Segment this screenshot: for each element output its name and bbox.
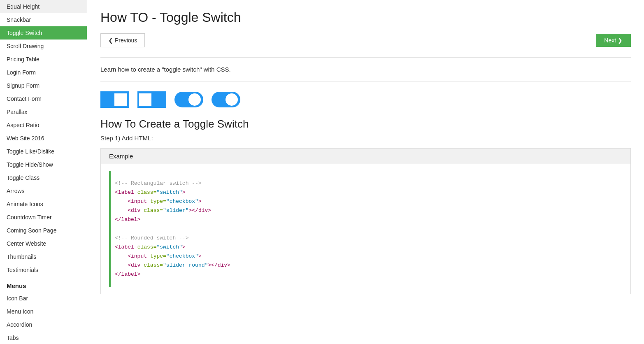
code-tag-div-2: <div <box>128 262 140 268</box>
code-val-slider: "slider" <box>163 207 188 214</box>
code-attr-class-1: class= <box>137 189 157 195</box>
sidebar-item-animate-icons[interactable]: Animate Icons <box>0 198 87 211</box>
prev-button[interactable]: ❮ Previous <box>100 33 145 47</box>
main-content: How TO - Toggle Switch ❮ Previous Next ❯… <box>87 0 644 344</box>
code-tag-label-2-end: </label> <box>115 271 140 277</box>
divider-2 <box>100 81 631 81</box>
code-tag-label-1-end: </label> <box>115 216 140 223</box>
code-val-switch-2: "switch" <box>156 244 182 250</box>
menus-section-label: Menus <box>0 277 87 292</box>
sidebar-item-scroll-drawing[interactable]: Scroll Drawing <box>0 40 87 53</box>
toggles-demo <box>100 91 631 108</box>
sidebar-item-toggle-switch[interactable]: Toggle Switch <box>0 26 87 40</box>
sidebar-item-signup-form[interactable]: Signup Form <box>0 79 87 92</box>
sidebar-item-countdown-timer[interactable]: Countdown Timer <box>0 211 87 224</box>
code-comment-1: <!-- Rectangular switch --> <box>115 180 202 186</box>
sidebar-item-toggle-hide-show[interactable]: Toggle Hide/Show <box>0 158 87 171</box>
code-comment-2: <!-- Rounded switch --> <box>115 235 188 241</box>
sidebar-item-thumbnails[interactable]: Thumbnails <box>0 250 87 263</box>
sidebar-item-equal-height[interactable]: Equal Height <box>0 0 87 13</box>
sidebar-item-arrows[interactable]: Arrows <box>0 184 87 198</box>
example-header: Example <box>101 149 630 164</box>
sidebar-item-pricing-table[interactable]: Pricing Table <box>0 53 87 66</box>
slider-round-off <box>212 92 240 107</box>
code-block: <!-- Rectangular switch --> <label class… <box>101 164 630 294</box>
sidebar-item-aspect-ratio[interactable]: Aspect Ratio <box>0 119 87 132</box>
toggle-rect-on[interactable] <box>100 91 129 108</box>
sidebar-item-web-site-2016[interactable]: Web Site 2016 <box>0 132 87 145</box>
divider-1 <box>100 57 631 58</box>
code-tag-div-2-close: ></div> <box>208 262 230 268</box>
sidebar-item-snackbar[interactable]: Snackbar <box>0 13 87 26</box>
sidebar-item-toggle-class[interactable]: Toggle Class <box>0 171 87 184</box>
example-box: Example <!-- Rectangular switch --> <lab… <box>100 148 631 294</box>
code-attr-class-2: class= <box>144 207 163 214</box>
section-title: How To Create a Toggle Switch <box>100 118 631 130</box>
sidebar-item-contact-form[interactable]: Contact Form <box>0 92 87 105</box>
toggle-round-off[interactable] <box>212 92 240 107</box>
page-title: How TO - Toggle Switch <box>100 10 631 25</box>
code-attr-type-2: type= <box>150 253 166 259</box>
sidebar-item-login-form[interactable]: Login Form <box>0 66 87 79</box>
code-tag-label-2: <label <box>115 244 134 250</box>
code-area: <!-- Rectangular switch --> <label class… <box>109 171 622 287</box>
nav-buttons: ❮ Previous Next ❯ <box>100 33 631 47</box>
sidebar-item-coming-soon-page[interactable]: Coming Soon Page <box>0 224 87 237</box>
slider-rect-on <box>100 91 129 108</box>
sidebar-item-testimonials[interactable]: Testimonials <box>0 263 87 277</box>
sidebar-item-toggle-like-dislike[interactable]: Toggle Like/Dislike <box>0 145 87 158</box>
next-button[interactable]: Next ❯ <box>596 34 631 47</box>
code-attr-class-3: class= <box>137 244 157 250</box>
code-tag-div-1-close: ></div> <box>188 207 211 214</box>
code-tag-input-2-close: > <box>198 253 202 259</box>
slider-rect-off <box>137 91 166 108</box>
sidebar-menu-items-list: Icon BarMenu IconAccordionTabsVertical T… <box>0 292 87 344</box>
code-attr-class-4: class= <box>144 262 163 268</box>
sidebar-menu-item-icon-bar[interactable]: Icon Bar <box>0 292 87 305</box>
sidebar-item-center-website[interactable]: Center Website <box>0 237 87 250</box>
intro-text: Learn how to create a "toggle switch" wi… <box>100 66 631 73</box>
sidebar-menu-item-tabs[interactable]: Tabs <box>0 331 87 344</box>
sidebar-items-list: Equal HeightSnackbarToggle SwitchScroll … <box>0 0 87 277</box>
toggle-round-on[interactable] <box>174 92 203 107</box>
code-tag-div-1: <div <box>128 207 140 214</box>
sidebar: Equal HeightSnackbarToggle SwitchScroll … <box>0 0 87 344</box>
code-tag-input-1: <input <box>128 198 147 205</box>
sidebar-menu-item-accordion[interactable]: Accordion <box>0 318 87 331</box>
code-val-checkbox-2: "checkbox" <box>166 253 198 259</box>
code-tag-label-1-close: > <box>182 189 186 195</box>
code-tag-label-1: <label <box>115 189 134 195</box>
code-val-switch-1: "switch" <box>156 189 182 195</box>
code-tag-input-2: <input <box>128 253 147 259</box>
sidebar-item-parallax[interactable]: Parallax <box>0 105 87 119</box>
step-label: Step 1) Add HTML: <box>100 135 631 142</box>
sidebar-menu-item-menu-icon[interactable]: Menu Icon <box>0 305 87 318</box>
code-val-checkbox-1: "checkbox" <box>166 198 198 205</box>
slider-round-on <box>174 92 203 107</box>
code-tag-input-1-close: > <box>198 198 202 205</box>
code-val-slider-round: "slider round" <box>163 262 208 268</box>
code-attr-type-1: type= <box>150 198 166 205</box>
code-tag-label-2-close: > <box>182 244 186 250</box>
toggle-rect-off[interactable] <box>137 91 166 108</box>
